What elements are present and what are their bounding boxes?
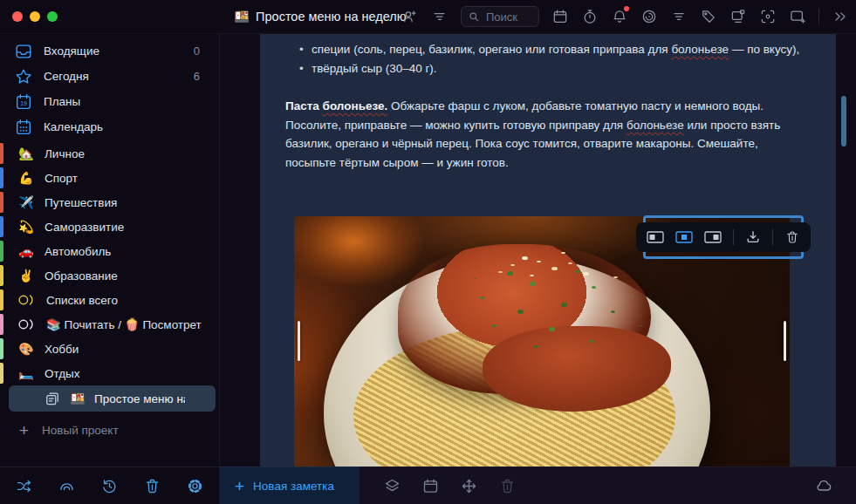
- sidebar-project[interactable]: 💪 Спорт: [0, 166, 219, 190]
- svg-text:19: 19: [20, 100, 27, 106]
- search-box[interactable]: [461, 6, 539, 27]
- project-list: 🏡 Личное 💪 Спорт ✈️ Путешествия 💫 Самора…: [0, 141, 219, 412]
- project-label: Списки всего: [46, 294, 118, 307]
- new-project-label: Новый проект: [42, 424, 119, 437]
- scan-focus-icon[interactable]: [759, 8, 777, 25]
- sidebar-project-selected[interactable]: 🍱 Простое меню на неделю: [9, 385, 216, 412]
- project-emoji: 🛏️: [17, 366, 35, 380]
- project-progress-icon: [17, 317, 37, 331]
- focus-icon[interactable]: [640, 8, 658, 25]
- sidebar-item-today[interactable]: Сегодня 6: [0, 64, 219, 89]
- delete-icon[interactable]: [498, 477, 517, 495]
- search-icon: [469, 11, 480, 23]
- sidebar-project[interactable]: 📚 Почитать / 🍿 Посмотреть: [0, 312, 219, 337]
- project-label: Простое меню на неделю: [94, 392, 185, 405]
- merge-icon[interactable]: [15, 477, 33, 495]
- minimize-window-button[interactable]: [30, 11, 40, 22]
- calendar-icon[interactable]: [551, 8, 569, 25]
- filter-icon[interactable]: [670, 8, 688, 25]
- new-note-button[interactable]: + Новая заметка: [220, 467, 360, 504]
- project-emoji: 🏡: [17, 146, 35, 160]
- arcs-icon[interactable]: [58, 477, 76, 495]
- project-color-strip: [0, 338, 3, 359]
- sidebar: Входящие 0 Сегодня 6 19 Планы Календарь …: [0, 33, 220, 467]
- sidebar-project[interactable]: 🎨 Хобби: [0, 337, 219, 361]
- sidebar-project[interactable]: 🛏️ Отдых: [0, 361, 219, 385]
- align-image-right-icon[interactable]: [704, 230, 722, 244]
- search-input[interactable]: [484, 10, 531, 24]
- cloud-sync-icon[interactable]: [814, 476, 833, 495]
- image-resize-handle-right[interactable]: [784, 321, 786, 361]
- move-icon[interactable]: [460, 477, 478, 495]
- sidebar-item-label: Календарь: [44, 120, 103, 133]
- sidebar-item-plans[interactable]: 19 Планы: [0, 89, 219, 114]
- delete-image-icon[interactable]: [784, 229, 800, 245]
- project-emoji: 💪: [17, 171, 35, 185]
- sidebar-project[interactable]: ✈️ Путешествия: [0, 190, 219, 215]
- history-icon[interactable]: [100, 477, 119, 495]
- project-progress-icon: [17, 293, 37, 307]
- sidebar-project[interactable]: 🚗 Автомобиль: [0, 239, 219, 263]
- settings-gear-icon[interactable]: [186, 477, 204, 495]
- align-image-center-icon[interactable]: [675, 230, 693, 244]
- schedule-icon[interactable]: [421, 477, 440, 495]
- sidebar-footer: [0, 467, 220, 504]
- toolbar-divider: [733, 229, 734, 245]
- project-label: Хобби: [45, 343, 79, 356]
- misspelled-word: болоньезе: [671, 43, 729, 56]
- zoom-window-button[interactable]: [47, 11, 58, 22]
- add-collaborator-icon[interactable]: [401, 8, 419, 25]
- project-label: Саморазвитие: [45, 221, 124, 234]
- new-frame-icon[interactable]: [789, 8, 806, 25]
- note-editor[interactable]: специи (соль, перец, базилик, орегано ил…: [260, 33, 836, 467]
- trash-icon[interactable]: [143, 477, 161, 495]
- project-label: 📚 Почитать / 🍿 Посмотреть: [46, 317, 202, 331]
- close-window-button[interactable]: [12, 11, 23, 22]
- inbox-icon: [14, 42, 33, 61]
- align-image-left-icon[interactable]: [647, 230, 664, 244]
- sidebar-item-calendar[interactable]: Календарь: [0, 114, 219, 140]
- project-label: Отдых: [45, 367, 80, 380]
- sidebar-item-label: Входящие: [44, 44, 99, 58]
- sidebar-item-inbox[interactable]: Входящие 0: [0, 38, 219, 64]
- expand-panel-icon[interactable]: [832, 8, 849, 25]
- project-emoji: 🎨: [17, 342, 35, 356]
- tags-icon[interactable]: [700, 8, 717, 25]
- bottom-bar: + Новая заметка: [0, 467, 856, 504]
- image-resize-handle-left[interactable]: [298, 321, 300, 361]
- project-color-strip: [0, 241, 3, 262]
- sidebar-project[interactable]: Списки всего: [0, 288, 219, 312]
- sidebar-project[interactable]: 🏡 Личное: [0, 141, 219, 166]
- project-emoji: ✌️: [17, 269, 35, 283]
- timer-icon[interactable]: [581, 8, 599, 25]
- note-title-text: Простое меню на неделю: [256, 10, 407, 24]
- board-icon[interactable]: [729, 8, 747, 25]
- sidebar-project[interactable]: 💫 Саморазвитие: [0, 215, 219, 239]
- project-emoji: 🚗: [17, 244, 35, 258]
- notifications-icon[interactable]: [611, 8, 628, 25]
- item-count: 6: [194, 70, 200, 83]
- sidebar-item-label: Планы: [44, 95, 80, 108]
- download-image-icon[interactable]: [745, 229, 761, 245]
- calendar-19-icon: 19: [14, 92, 33, 112]
- note-title: 🍱 Простое меню на неделю: [234, 0, 407, 33]
- scrollbar-thumb[interactable]: [841, 96, 846, 146]
- sidebar-project[interactable]: ✌️ Образование: [0, 263, 219, 288]
- plus-icon: +: [235, 478, 244, 494]
- project-label: Образование: [45, 269, 118, 283]
- image-toolbar: [643, 215, 804, 259]
- project-color-strip: [0, 314, 3, 335]
- layers-icon[interactable]: [383, 477, 401, 495]
- sort-icon[interactable]: [431, 8, 449, 25]
- toolbar-divider: [772, 229, 773, 245]
- note-actions-bar: [360, 467, 856, 504]
- notification-dot: [624, 6, 629, 11]
- misspelled-word: болоньезе.: [323, 99, 388, 112]
- traffic-lights: [12, 11, 58, 22]
- project-emoji: ✈️: [17, 195, 35, 209]
- project-color-strip: [0, 216, 3, 237]
- project-label: Личное: [45, 147, 85, 160]
- ingredient-list: специи (соль, перец, базилик, орегано ил…: [299, 40, 803, 78]
- new-project-button[interactable]: + Новый проект: [0, 422, 219, 439]
- project-color-strip: [0, 167, 3, 188]
